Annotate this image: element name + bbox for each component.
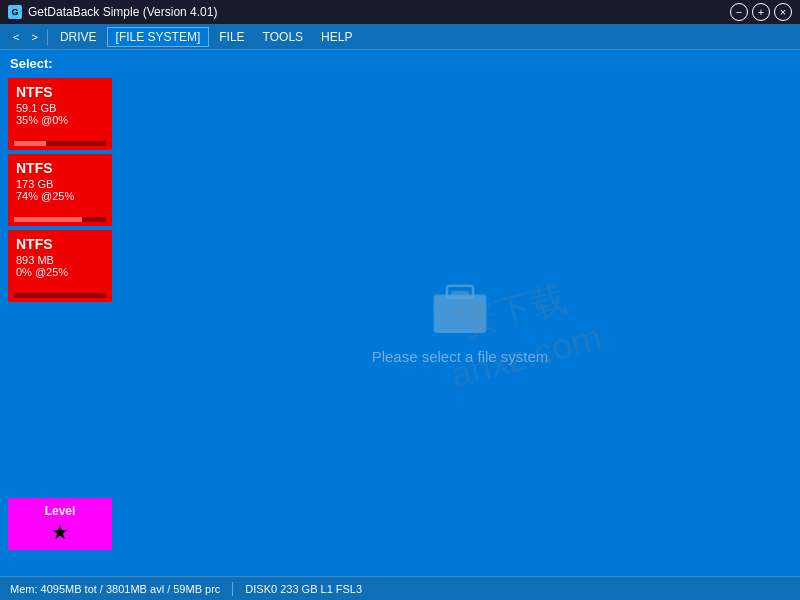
menu-drive[interactable]: DRIVE — [52, 28, 105, 46]
status-bar: Mem: 4095MB tot / 3801MB avl / 59MB prc … — [0, 576, 800, 600]
menu-filesystem[interactable]: [FILE SYSTEM] — [107, 27, 210, 47]
menu-help[interactable]: HELP — [313, 28, 360, 46]
status-memory: Mem: 4095MB tot / 3801MB avl / 59MB prc — [10, 583, 220, 595]
app-title: GetDataBack Simple (Version 4.01) — [28, 5, 217, 19]
level-star: ★ — [16, 520, 104, 544]
menu-tools[interactable]: TOOLS — [255, 28, 311, 46]
menu-bar: < > DRIVE [FILE SYSTEM] FILE TOOLS HELP — [0, 24, 800, 50]
nav-forward-button[interactable]: > — [26, 29, 42, 45]
left-panel: NTFS 59.1 GB 35% @0% NTFS 173 GB 74% @25… — [0, 78, 120, 556]
briefcase-icon — [425, 270, 495, 340]
drive-size-1: 173 GB — [16, 178, 104, 190]
minimize-button[interactable]: − — [730, 3, 748, 21]
app-icon: G — [8, 5, 22, 19]
main-area: Please select a file system 安下载 anxz.com — [120, 78, 800, 556]
drive-info-2: 0% @25% — [16, 266, 104, 278]
window-controls: − + × — [730, 3, 792, 21]
drive-info-1: 74% @25% — [16, 190, 104, 202]
drive-fs-2: NTFS — [16, 236, 104, 252]
title-bar-left: G GetDataBack Simple (Version 4.01) — [8, 5, 217, 19]
nav-back-button[interactable]: < — [8, 29, 24, 45]
drive-size-0: 59.1 GB — [16, 102, 104, 114]
select-label: Select: — [0, 50, 800, 75]
maximize-button[interactable]: + — [752, 3, 770, 21]
menu-separator-1 — [47, 29, 48, 45]
drive-fs-0: NTFS — [16, 84, 104, 100]
drive-size-2: 893 MB — [16, 254, 104, 266]
status-disk: DISK0 233 GB L1 FSL3 — [245, 583, 362, 595]
drive-info-0: 35% @0% — [16, 114, 104, 126]
level-label: Level — [16, 504, 104, 518]
drive-card-2[interactable]: NTFS 893 MB 0% @25% — [8, 230, 112, 302]
close-button[interactable]: × — [774, 3, 792, 21]
drive-bar-bg-0 — [14, 141, 106, 146]
placeholder-container: Please select a file system — [372, 270, 549, 365]
level-card[interactable]: Level ★ — [8, 498, 112, 550]
drive-bar-fill-0 — [14, 141, 46, 146]
drive-card-1[interactable]: NTFS 173 GB 74% @25% — [8, 154, 112, 226]
placeholder-text: Please select a file system — [372, 348, 549, 365]
status-separator — [232, 582, 233, 596]
drive-card-0[interactable]: NTFS 59.1 GB 35% @0% — [8, 78, 112, 150]
svg-rect-2 — [451, 291, 469, 298]
drive-bar-bg-1 — [14, 217, 106, 222]
svg-point-4 — [457, 306, 464, 313]
title-bar: G GetDataBack Simple (Version 4.01) − + … — [0, 0, 800, 24]
drive-bar-fill-1 — [14, 217, 82, 222]
menu-file[interactable]: FILE — [211, 28, 252, 46]
drive-bar-bg-2 — [14, 293, 106, 298]
drive-fs-1: NTFS — [16, 160, 104, 176]
